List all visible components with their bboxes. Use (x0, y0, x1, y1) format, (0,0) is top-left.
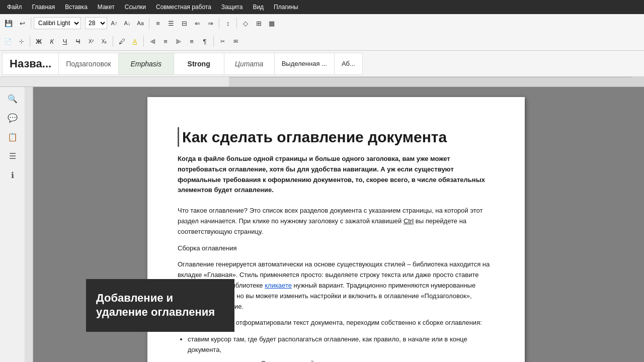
overlay-card-text: Добавление и удаление оглавления (96, 292, 215, 319)
superscript-btn[interactable]: X² (85, 34, 97, 48)
toolbar: 💾 ↩ Calibri Light 28 A↑ A↓ Аа ≡ ☰ ⊟ ⇐ ⇒ … (0, 14, 644, 51)
menu-file[interactable]: Файл (2, 2, 27, 13)
sep8 (213, 36, 214, 47)
font-inc-btn[interactable]: A↑ (108, 16, 120, 30)
new-btn[interactable]: 📄 (2, 34, 14, 48)
styles-bar: Назва... Подзаголовок Emphasis Strong Ци… (0, 51, 644, 77)
style-quote[interactable]: Цитата (224, 53, 274, 75)
style-subtitle[interactable]: Подзаголовок (58, 53, 118, 75)
sep2 (149, 18, 149, 29)
main-area: 🔍 💬 📋 ☰ ℹ Добавление и удаление оглавлен… (0, 87, 644, 362)
ctrl-key-text: Ctrl (404, 217, 414, 225)
style-highlighted[interactable]: Выделенная ... (274, 53, 334, 75)
document-intro: Когда в файле больше одной страницы и бо… (178, 154, 495, 196)
email-btn[interactable]: ✉ (229, 34, 242, 48)
menu-plugins[interactable]: Плагины (269, 2, 303, 13)
style-emphasis[interactable]: Emphasis (118, 53, 174, 75)
pilcrow-btn[interactable]: ¶ (199, 34, 211, 48)
toolbar-row1: 💾 ↩ Calibri Light 28 A↑ A↓ Аа ≡ ☰ ⊟ ⇐ ⇒ … (0, 14, 644, 32)
list-item: ставим курсор там, где будет располагать… (188, 334, 495, 355)
align-left-btn[interactable]: ⫷ (146, 34, 158, 48)
save-btn[interactable]: 💾 (2, 16, 15, 30)
sep4 (236, 18, 237, 29)
menu-insert[interactable]: Вставка (60, 2, 93, 13)
align-justify-btn[interactable]: ≡ (186, 34, 198, 48)
sep7 (143, 36, 144, 47)
font-case-btn[interactable]: Аа (134, 16, 146, 30)
menu-home[interactable]: Главная (27, 2, 60, 13)
doc-area[interactable]: Добавление и удаление оглавления Как сде… (33, 87, 644, 362)
doc-subheading: Сборка оглавления (178, 243, 495, 254)
bold-btn[interactable]: Ж (33, 34, 45, 48)
image-btn[interactable]: ▦ (266, 16, 278, 30)
list-item: переходим на вкладку «Ссылки» верхней па… (188, 358, 495, 362)
menu-layout[interactable]: Макет (93, 2, 120, 13)
document-title: Как сделать оглавление документа (178, 127, 495, 147)
strikethrough-btn[interactable]: Ч (72, 34, 84, 48)
style-title[interactable]: Назва... (2, 53, 58, 75)
comment-icon[interactable]: 💬 (5, 110, 20, 125)
subscript-btn[interactable]: X₂ (98, 34, 110, 48)
sep1 (31, 18, 31, 29)
doc-list: ставим курсор там, где будет располагать… (188, 334, 495, 362)
ruler-scale (229, 77, 644, 86)
menu-protection[interactable]: Защита (216, 2, 248, 13)
clipboard-icon[interactable]: 📋 (5, 129, 20, 144)
sep5 (30, 36, 30, 47)
style-strong[interactable]: Strong (174, 53, 224, 75)
list-multi-btn[interactable]: ⊟ (178, 16, 190, 30)
list-bullets-btn[interactable]: ≡ (152, 16, 164, 30)
underline-btn[interactable]: Ч (59, 34, 71, 48)
sep3 (219, 18, 219, 29)
info-icon[interactable]: ℹ (5, 167, 20, 183)
line-spacing-btn[interactable]: ↕ (222, 16, 234, 30)
ruler-horizontal (0, 77, 644, 87)
left-sidebar: 🔍 💬 📋 ☰ ℹ (0, 87, 25, 362)
menu-references[interactable]: Ссылки (120, 2, 151, 13)
align-right-btn[interactable]: ⫸ (173, 34, 185, 48)
sep6 (113, 36, 113, 47)
clickaete-link[interactable]: кликаете (265, 282, 292, 289)
list-numbered-btn[interactable]: ☰ (165, 16, 177, 30)
overlay-card: Добавление и удаление оглавления (86, 279, 234, 332)
font-dec-btn[interactable]: A↓ (121, 16, 133, 30)
decrease-indent-btn[interactable]: ⇐ (191, 16, 203, 30)
increase-indent-btn[interactable]: ⇒ (204, 16, 216, 30)
undo-btn[interactable]: ↩ (16, 16, 28, 30)
menu-collab[interactable]: Совместная работа (151, 2, 216, 13)
menu-bar: Файл Главная Вставка Макет Ссылки Совмес… (0, 0, 644, 14)
font-size-select[interactable]: 28 (85, 17, 107, 29)
toolbar-row2: 📄 ⊹ Ж К Ч Ч X² X₂ 🖊 A ⫷ ≡ ⫸ ≡ ¶ ✂ ✉ (0, 32, 644, 50)
table-btn[interactable]: ⊞ (253, 16, 265, 30)
nav-icon[interactable]: ☰ (5, 148, 20, 163)
select-btn[interactable]: ⊹ (15, 34, 27, 48)
ruler-vertical (25, 87, 33, 362)
align-center-btn[interactable]: ≡ (159, 34, 172, 48)
style-paragraph[interactable]: Аб... (334, 53, 363, 75)
italic-btn[interactable]: К (46, 34, 58, 48)
copy-format-btn[interactable]: ✂ (216, 34, 228, 48)
menu-view[interactable]: Вид (248, 2, 269, 13)
highlight-btn[interactable]: 🖊 (116, 34, 128, 48)
font-name-select[interactable]: Calibri Light (34, 17, 81, 29)
search-icon[interactable]: 🔍 (5, 91, 20, 106)
font-color-btn[interactable]: A (129, 34, 141, 48)
doc-para1: Что такое оглавление? Это список всех ра… (178, 206, 495, 237)
shapes-btn[interactable]: ◇ (239, 16, 252, 30)
